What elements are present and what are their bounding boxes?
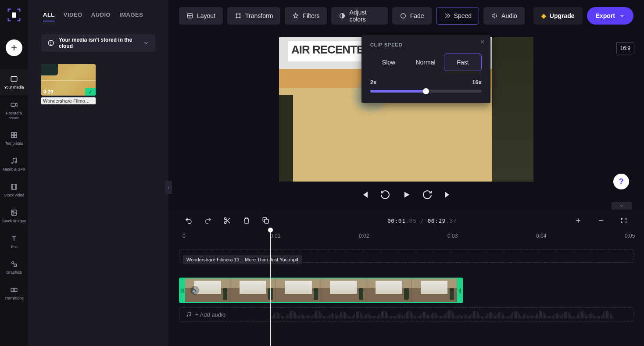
sidebar-item-stock-images[interactable]: Stock images <box>0 203 28 229</box>
timeline-tracks: Wondershare Filmora 11 _ More Than Just … <box>168 250 644 337</box>
timeline-tools: 00:01.05 / 00:29.37 <box>168 211 644 230</box>
export-button[interactable]: Export <box>587 7 633 25</box>
sidebar-item-stock-video[interactable]: Stock video <box>0 177 28 203</box>
gem-icon: ◆ <box>541 12 546 19</box>
sidebar-item-label: Your media <box>2 85 26 90</box>
sidebar-item-transitions[interactable]: Transitions <box>0 280 28 306</box>
sidebar-item-label: Templates <box>2 141 26 146</box>
cloud-warning-bar[interactable]: Your media isn't stored in the cloud <box>41 34 155 52</box>
add-media-button[interactable]: + <box>6 39 22 56</box>
text-icon <box>10 234 18 243</box>
skip-next-button[interactable] <box>443 189 454 200</box>
svg-rect-2 <box>11 103 15 107</box>
speed-normal-button[interactable]: Normal <box>407 54 444 71</box>
audio-track[interactable]: + Add audio <box>179 307 633 321</box>
aspect-ratio-button[interactable]: 16:9 <box>616 42 634 54</box>
zoom-in-button[interactable] <box>569 213 588 228</box>
app-sidebar: + Your media Record & create Templates M… <box>0 0 28 346</box>
skip-prev-button[interactable] <box>359 189 369 200</box>
tab-all[interactable]: ALL <box>43 9 55 21</box>
speed-slider[interactable] <box>370 90 482 93</box>
svg-rect-35 <box>265 219 268 223</box>
video-clip[interactable]: || 🔊 || <box>179 278 463 303</box>
delete-button[interactable] <box>237 213 256 228</box>
tab-audio[interactable]: AUDIO <box>91 9 111 21</box>
play-button[interactable] <box>401 189 411 200</box>
speed-slider-thumb[interactable] <box>423 88 429 94</box>
duplicate-button[interactable] <box>256 213 275 228</box>
app-logo <box>7 8 21 22</box>
svg-point-7 <box>12 162 13 164</box>
thumbnail-preview: 0:29 ✓ <box>41 64 96 96</box>
close-panel-button[interactable]: ✕ <box>480 39 486 45</box>
clip-handle-right[interactable]: || <box>457 278 462 302</box>
svg-point-32 <box>224 221 226 224</box>
tool-label: Adjust colors <box>349 9 380 23</box>
filters-icon <box>292 12 299 19</box>
alert-icon <box>47 39 54 46</box>
svg-rect-17 <box>14 288 17 292</box>
camera-icon <box>10 100 18 109</box>
collapse-preview-button[interactable] <box>612 202 632 210</box>
svg-rect-16 <box>11 288 14 292</box>
transitions-icon <box>10 285 18 294</box>
help-button[interactable]: ? <box>613 174 629 189</box>
check-icon: ✓ <box>85 88 96 96</box>
adjust-colors-button[interactable]: Adjust colors <box>331 7 387 25</box>
timeline: 00:01.05 / 00:29.37 0 0:01 0:02 0:03 0:0… <box>168 211 644 346</box>
layout-button[interactable]: Layout <box>179 7 223 25</box>
filters-button[interactable]: Filters <box>285 7 327 25</box>
fit-button[interactable] <box>614 213 633 228</box>
forward-10-button[interactable] <box>422 189 433 200</box>
redo-button[interactable] <box>198 213 218 228</box>
svg-rect-5 <box>11 136 14 138</box>
media-tabs: ALL VIDEO AUDIO IMAGES <box>28 0 168 30</box>
speaker-icon <box>491 12 498 19</box>
sidebar-item-label: Graphics <box>2 270 26 275</box>
layout-icon <box>186 12 193 19</box>
tab-images[interactable]: IMAGES <box>119 9 143 21</box>
sidebar-item-templates[interactable]: Templates <box>0 125 28 151</box>
sidebar-item-graphics[interactable]: Graphics <box>0 254 28 280</box>
undo-button[interactable] <box>179 213 198 228</box>
transform-button[interactable]: Transform <box>227 7 280 25</box>
tab-video[interactable]: VIDEO <box>64 9 82 21</box>
audio-button[interactable]: Audio <box>483 7 525 25</box>
svg-point-25 <box>236 14 237 14</box>
sidebar-item-text[interactable]: Text <box>0 229 28 255</box>
fade-icon <box>400 12 407 19</box>
sidebar-item-your-media[interactable]: Your media <box>0 69 28 95</box>
clip-speed-panel: ✕ CLIP SPEED Slow Normal Fast 2x 16x <box>361 35 490 103</box>
speed-button[interactable]: Speed <box>436 7 479 25</box>
music-icon <box>186 311 192 317</box>
media-thumbnail[interactable]: 0:29 ✓ Wondershare Filmo… <box>41 64 96 104</box>
fade-button[interactable]: Fade <box>392 7 432 25</box>
editor-toolbar: Layout Transform Filters Adjust colors F… <box>168 0 644 32</box>
svg-rect-24 <box>236 14 240 18</box>
sidebar-item-music-sfx[interactable]: Music & SFX <box>0 151 28 177</box>
clip-handle-left[interactable]: || <box>180 278 185 302</box>
speed-fast-button[interactable]: Fast <box>444 54 482 71</box>
speed-mode-segment: Slow Normal Fast <box>370 54 482 71</box>
svg-point-14 <box>12 262 14 264</box>
speed-slow-button[interactable]: Slow <box>370 54 407 71</box>
audio-waveform <box>272 310 630 319</box>
clip-frames <box>185 278 457 302</box>
speed-slider-fill <box>370 90 426 93</box>
speed-icon <box>444 12 451 19</box>
svg-rect-3 <box>11 132 14 135</box>
back-10-button[interactable] <box>380 189 390 200</box>
text-track[interactable]: Wondershare Filmora 11 _ More Than Just … <box>179 250 633 263</box>
split-button[interactable] <box>218 213 237 228</box>
cloud-warning-text: Your media isn't stored in the cloud <box>59 37 139 49</box>
sidebar-item-record-create[interactable]: Record & create <box>0 95 28 126</box>
upgrade-button[interactable]: ◆ Upgrade <box>533 7 583 25</box>
media-panel: ALL VIDEO AUDIO IMAGES Your media isn't … <box>28 0 168 346</box>
graphics-icon <box>10 260 18 268</box>
zoom-out-button[interactable] <box>591 213 611 228</box>
panel-title: CLIP SPEED <box>370 42 482 47</box>
sidebar-item-label: Music & SFX <box>2 167 26 172</box>
timeline-timecode: 00:01.05 / 00:29.37 <box>275 218 569 224</box>
timeline-ruler[interactable]: 0 0:01 0:02 0:03 0:04 0:05 <box>168 230 644 244</box>
tool-label: Audio <box>501 12 517 19</box>
